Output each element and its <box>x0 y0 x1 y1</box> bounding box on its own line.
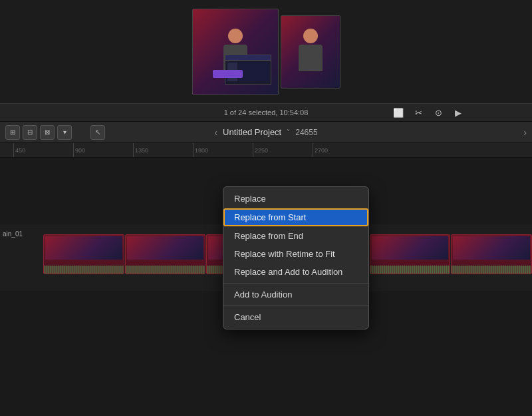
cursor-tool-btn[interactable]: ↖ <box>90 125 105 140</box>
frame-count-display: 24655 <box>295 128 317 137</box>
crop-icon[interactable]: ⬜ <box>391 105 406 120</box>
menu-item-replace-retime[interactable]: Replace with Retime to Fit <box>223 245 368 263</box>
project-dropdown-chevron[interactable]: ˅ <box>287 128 290 136</box>
menu-item-replace-from-start[interactable]: Replace from Start <box>223 208 368 226</box>
timeline-view-btn-3[interactable]: ⊠ <box>40 125 55 140</box>
status-bar: 1 of 24 selected, 10:54:08 ⬜ ✂ ⊙ ▶ <box>0 103 532 122</box>
menu-item-replace-from-end[interactable]: Replace from End <box>223 227 368 245</box>
transform-icon[interactable]: ✂ <box>411 105 426 120</box>
thumbnail-2 <box>281 15 340 89</box>
ruler-mark-3: 1800 <box>193 143 253 158</box>
ruler-mark-1: 900 <box>73 143 133 158</box>
thumbnail-1 <box>192 9 279 95</box>
menu-separator-1 <box>223 283 368 284</box>
menu-item-cancel[interactable]: Cancel <box>223 308 368 326</box>
selection-info: 1 of 24 selected, 10:54:08 <box>224 108 309 116</box>
timeline-view-btn-2[interactable]: ⊟ <box>23 125 37 140</box>
menu-item-add-to-audition[interactable]: Add to Audition <box>223 286 368 304</box>
ruler-mark-4: 2250 <box>253 143 313 158</box>
ruler-mark-0: 450 <box>13 143 73 158</box>
play-icon[interactable]: ▶ <box>451 105 466 120</box>
timeline-view-dropdown[interactable]: ▾ <box>57 125 72 140</box>
clip-1[interactable] <box>43 234 124 274</box>
project-name-label: Untitled Project <box>223 127 281 137</box>
ruler-mark-5: 2700 <box>313 143 372 158</box>
context-menu: Replace Replace from Start Replace from … <box>223 186 369 329</box>
ruler-marks: 450 900 1350 1800 2250 2700 <box>13 143 532 158</box>
clip-6[interactable] <box>451 234 532 274</box>
menu-separator-2 <box>223 306 368 306</box>
timeline-header: ⊞ ⊟ ⊠ ▾ ↖ ‹ Untitled Project ˅ 24655 › <box>0 122 532 143</box>
toolbar-icons: ⬜ ✂ ⊙ ▶ <box>391 105 466 120</box>
timeline-view-btn-1[interactable]: ⊞ <box>5 125 20 140</box>
timeline-ruler: 450 900 1350 1800 2250 2700 <box>0 143 532 158</box>
track-label: ain_01 <box>3 230 23 238</box>
menu-item-replace-add-audition[interactable]: Replace and Add to Audition <box>223 263 368 281</box>
thumbnail-strip <box>192 5 340 99</box>
clip-2[interactable] <box>125 234 206 274</box>
media-browser <box>0 0 532 103</box>
checkmark-icon[interactable]: ⊙ <box>431 105 446 120</box>
clip-5[interactable] <box>370 234 451 274</box>
nav-left-arrow[interactable]: ‹ <box>214 127 217 138</box>
project-nav: ‹ Untitled Project ˅ 24655 <box>214 127 317 138</box>
timeline-toolbar-left: ⊞ ⊟ ⊠ ▾ ↖ <box>5 125 105 140</box>
ruler-mark-2: 1350 <box>133 143 193 158</box>
menu-item-replace[interactable]: Replace <box>223 190 368 208</box>
nav-right-arrow[interactable]: › <box>523 127 527 138</box>
